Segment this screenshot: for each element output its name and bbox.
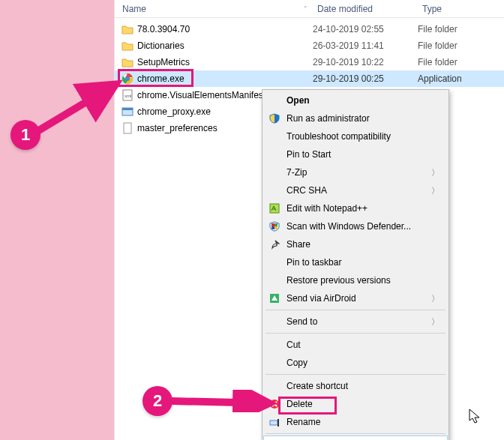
menu-item-label: Pin to Start bbox=[286, 149, 331, 160]
npp-icon bbox=[268, 202, 280, 214]
menu-item-label: Troubleshoot compatibility bbox=[286, 131, 391, 142]
menu-item-label: Share bbox=[286, 239, 310, 250]
chevron-up-icon: ˄ bbox=[304, 5, 308, 13]
arrow-1 bbox=[30, 75, 128, 142]
menu-item-send-to[interactable]: Send to〉 bbox=[264, 313, 447, 331]
menu-item-7-zip[interactable]: 7-Zip〉 bbox=[264, 163, 447, 181]
file-icon bbox=[121, 121, 134, 135]
menu-item-label: Run as administrator bbox=[286, 113, 370, 124]
xml-icon: xml bbox=[121, 88, 134, 102]
context-menu: OpenRun as administratorTroubleshoot com… bbox=[262, 89, 449, 440]
column-date[interactable]: Date modified bbox=[313, 0, 418, 17]
menu-item-label: 7-Zip bbox=[286, 167, 307, 178]
folder-icon bbox=[121, 39, 134, 52]
svg-rect-5 bbox=[122, 108, 133, 110]
column-date-label: Date modified bbox=[317, 4, 373, 14]
menu-item-label: Cut bbox=[286, 340, 301, 350]
menu-item-share[interactable]: Share bbox=[264, 235, 447, 253]
menu-separator bbox=[266, 310, 446, 310]
menu-item-pin-to-taskbar[interactable]: Pin to taskbar bbox=[264, 253, 447, 271]
menu-item-label: Open bbox=[286, 95, 310, 106]
file-row[interactable]: Dictionaries26-03-2019 11:41File folder bbox=[115, 37, 504, 54]
file-name: chrome.exe bbox=[134, 73, 313, 84]
svg-line-16 bbox=[38, 84, 116, 131]
menu-item-troubleshoot-compatibility[interactable]: Troubleshoot compatibility bbox=[264, 127, 447, 145]
menu-item-label: CRC SHA bbox=[286, 185, 327, 196]
svg-rect-14 bbox=[270, 421, 278, 425]
menu-item-scan-with-windows-defender[interactable]: Scan with Windows Defender... bbox=[264, 217, 447, 235]
file-date: 29-10-2019 10:22 bbox=[313, 57, 418, 67]
file-date: 24-10-2019 02:55 bbox=[313, 24, 418, 34]
file-row[interactable]: 78.0.3904.7024-10-2019 02:55File folder bbox=[115, 21, 504, 37]
menu-item-label: Edit with Notepad++ bbox=[286, 203, 368, 214]
airdroid-icon bbox=[268, 292, 280, 304]
menu-item-open[interactable]: Open bbox=[264, 91, 447, 109]
folder-icon bbox=[121, 22, 134, 36]
column-name[interactable]: Name ˄ bbox=[115, 0, 313, 17]
chevron-right-icon: 〉 bbox=[431, 167, 440, 178]
menu-item-label: Send to bbox=[286, 316, 317, 327]
column-type-label: Type bbox=[422, 4, 442, 14]
chevron-right-icon: 〉 bbox=[431, 185, 440, 196]
svg-rect-11 bbox=[274, 226, 278, 229]
file-name: SetupMetrics bbox=[134, 57, 313, 67]
svg-rect-8 bbox=[272, 223, 274, 226]
menu-item-crc-sha[interactable]: CRC SHA〉 bbox=[264, 181, 447, 199]
menu-item-create-shortcut[interactable]: Create shortcut bbox=[264, 377, 447, 395]
menu-item-cut[interactable]: Cut bbox=[264, 336, 447, 354]
callout-1: 1 bbox=[10, 120, 40, 150]
folder-icon bbox=[121, 55, 134, 69]
menu-item-label: Copy bbox=[286, 358, 308, 368]
file-name: 78.0.3904.70 bbox=[134, 24, 313, 34]
column-type[interactable]: Type bbox=[418, 0, 504, 17]
svg-rect-6 bbox=[124, 123, 131, 133]
callout-1-label: 1 bbox=[21, 125, 30, 145]
file-date: 29-10-2019 00:25 bbox=[313, 73, 418, 84]
menu-item-properties[interactable]: Properties bbox=[264, 436, 447, 440]
column-header-row: Name ˄ Date modified Type bbox=[115, 0, 504, 18]
chrome-icon bbox=[121, 72, 134, 85]
menu-separator bbox=[266, 333, 446, 334]
svg-rect-9 bbox=[274, 223, 278, 226]
defender-icon bbox=[268, 220, 280, 232]
menu-item-label: Pin to taskbar bbox=[286, 257, 341, 268]
menu-separator bbox=[266, 433, 446, 434]
share-icon bbox=[268, 238, 280, 250]
file-type: Application bbox=[418, 73, 504, 84]
delete-icon bbox=[268, 398, 280, 410]
rename-icon bbox=[268, 416, 280, 428]
chevron-right-icon: 〉 bbox=[431, 316, 440, 328]
file-type: File folder bbox=[418, 24, 504, 34]
menu-item-edit-with-notepad[interactable]: Edit with Notepad++ bbox=[264, 199, 447, 217]
menu-item-rename[interactable]: Rename bbox=[264, 413, 447, 431]
menu-item-label: Create shortcut bbox=[286, 381, 348, 391]
menu-item-run-as-administrator[interactable]: Run as administrator bbox=[264, 109, 447, 127]
svg-rect-15 bbox=[278, 419, 279, 427]
svg-rect-10 bbox=[272, 226, 274, 229]
shield-icon bbox=[268, 112, 280, 124]
menu-item-label: Restore previous versions bbox=[286, 275, 391, 286]
menu-item-pin-to-start[interactable]: Pin to Start bbox=[264, 145, 447, 163]
menu-item-delete[interactable]: Delete bbox=[264, 395, 447, 413]
column-name-label: Name bbox=[122, 4, 146, 14]
callout-2: 2 bbox=[142, 386, 172, 416]
file-type: File folder bbox=[418, 40, 504, 51]
exe-icon bbox=[121, 105, 134, 118]
file-row[interactable]: SetupMetrics29-10-2019 10:22File folder bbox=[115, 54, 504, 70]
menu-item-label: Rename bbox=[286, 417, 320, 427]
file-date: 26-03-2019 11:41 bbox=[313, 40, 418, 51]
file-type: File folder bbox=[418, 57, 504, 67]
svg-text:xml: xml bbox=[124, 94, 131, 98]
menu-item-label: Delete bbox=[286, 399, 313, 409]
chevron-right-icon: 〉 bbox=[431, 293, 440, 304]
menu-separator bbox=[266, 374, 446, 375]
menu-item-send-via-airdroid[interactable]: Send via AirDroid〉 bbox=[264, 289, 447, 307]
menu-item-label: Scan with Windows Defender... bbox=[286, 221, 411, 232]
menu-item-restore-previous-versions[interactable]: Restore previous versions bbox=[264, 271, 447, 289]
file-name: Dictionaries bbox=[134, 40, 313, 51]
callout-2-label: 2 bbox=[153, 391, 162, 411]
menu-item-copy[interactable]: Copy bbox=[264, 354, 447, 372]
menu-item-label: Send via AirDroid bbox=[286, 293, 356, 304]
file-row[interactable]: chrome.exe29-10-2019 00:25Application bbox=[115, 70, 504, 87]
